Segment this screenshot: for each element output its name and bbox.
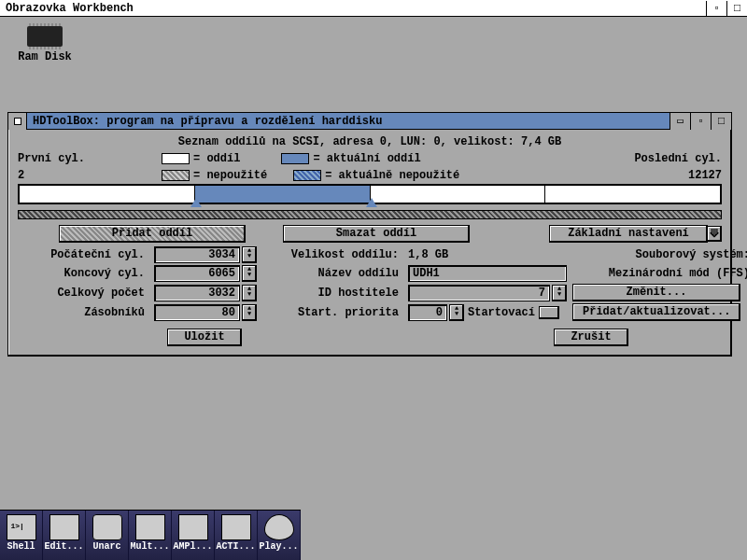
boot-pri-value[interactable]: 0 [408, 304, 447, 321]
depth-gadget[interactable]: ▫ [690, 113, 711, 130]
label-fs: Souborový systém: [572, 248, 747, 261]
spinner-icon[interactable]: ▲▼ [242, 265, 257, 282]
dock-label: ACTI... [216, 541, 255, 552]
dock-item-edit[interactable]: Edit... [43, 511, 86, 560]
partition-seg[interactable] [371, 186, 546, 203]
swatch-current [281, 153, 309, 164]
dock-label: AMPl... [173, 541, 212, 552]
start-cyl-field[interactable]: 3034 ▲▼ [154, 246, 257, 263]
delete-partition-button[interactable]: Smazat oddíl [283, 225, 470, 243]
handle-left[interactable] [190, 198, 202, 207]
end-cyl-value[interactable]: 6065 [154, 265, 240, 282]
workbench-title: Obrazovka Workbench [6, 2, 134, 15]
window-titlebar[interactable]: HDToolBox: program na přípravu a rozděle… [8, 113, 731, 130]
dock-label: Edit... [44, 541, 83, 552]
amidock: Shell Edit... Unarc Mult... AMPl... ACTI… [0, 510, 301, 560]
swatch-cur-unused [293, 170, 321, 181]
legend-row-2: 2 = nepoužité = aktuálně nepoužité 12127 [18, 167, 722, 184]
cancel-button[interactable]: Zrušit [554, 329, 628, 346]
first-cyl-label: První cyl. [18, 152, 158, 165]
legend-current: = aktuální oddíl [313, 152, 420, 165]
dock-label: Mult... [130, 541, 169, 552]
boot-pri-field[interactable]: 0 ▲▼ [408, 304, 464, 321]
spinner-icon[interactable]: ▲▼ [449, 304, 464, 321]
spinner-icon[interactable]: ▲▼ [242, 246, 257, 263]
spinner-icon[interactable]: ▲▼ [242, 285, 257, 301]
dock-item-unarc[interactable]: Unarc [86, 511, 129, 560]
partition-slider[interactable] [18, 210, 722, 219]
legend-free: = oddíl [193, 152, 240, 165]
speaker-icon [178, 514, 208, 540]
label-boot-pri: Start. priorita [262, 306, 402, 319]
dock-label: Play... [259, 541, 298, 552]
label-end-cyl: Koncový cyl. [18, 267, 148, 280]
ramdisk-icon[interactable]: Ram Disk [15, 26, 75, 63]
partition-seg-current[interactable] [195, 186, 371, 203]
host-id-value[interactable]: 7 [408, 285, 550, 301]
value-intl: Mezinárodní mód (FFS) [572, 267, 747, 280]
label-total: Celkový počet [18, 287, 148, 300]
edit-icon [49, 514, 79, 540]
spinner-icon[interactable]: ▲▼ [242, 304, 257, 321]
window-title: HDToolBox: program na přípravu a rozděle… [27, 115, 669, 128]
last-cyl-label: Poslední cyl. [600, 152, 722, 165]
dock-item-ampl[interactable]: AMPl... [172, 511, 215, 560]
spinner-icon[interactable]: ▲▼ [552, 285, 567, 301]
action-icon [221, 514, 251, 540]
partition-seg[interactable] [20, 186, 195, 203]
partition-seg[interactable] [545, 186, 720, 203]
close-gadget[interactable] [8, 113, 27, 130]
workbench-titlebar: Obrazovka Workbench ▫ □ [0, 0, 747, 17]
label-host-id: ID hostitele [262, 287, 402, 300]
screen-depth-gadget[interactable]: ▫ [706, 1, 726, 16]
dock-item-shell[interactable]: Shell [0, 511, 43, 560]
label-bootable: Startovací [468, 306, 535, 319]
last-cyl-val: 12127 [600, 169, 722, 182]
handle-right[interactable] [366, 198, 377, 207]
dock-label: Unarc [92, 541, 120, 552]
legend-unused: = nepoužité [193, 169, 267, 182]
label-buffers: Zásobníků [18, 306, 148, 319]
buffers-field[interactable]: 80 ▲▼ [154, 304, 257, 321]
swatch-unused [162, 170, 190, 181]
end-cyl-field[interactable]: 6065 ▲▼ [154, 265, 257, 282]
magnify-icon [135, 514, 165, 540]
play-icon [264, 514, 294, 540]
zoom-gadget[interactable]: ▭ [669, 113, 690, 130]
shell-icon [7, 514, 36, 540]
legend-cur-unused: = aktuálně nepoužité [325, 169, 459, 182]
dock-item-mult[interactable]: Mult... [129, 511, 172, 560]
back-gadget[interactable]: □ [711, 113, 731, 130]
label-start-cyl: Počáteční cyl. [18, 248, 148, 261]
host-id-field[interactable]: 7 ▲▼ [408, 285, 567, 301]
device-info: Seznam oddílů na SCSI, adresa 0, LUN: 0,… [18, 133, 722, 150]
basic-settings-dropdown[interactable]: Základní nastavení ⟱ [549, 225, 722, 243]
partition-name-input[interactable]: UDH1 [408, 265, 567, 282]
save-button[interactable]: Uložit [167, 329, 242, 346]
total-value[interactable]: 3032 [154, 285, 240, 301]
hdtoolbox-window: HDToolBox: program na přípravu a rozděle… [7, 112, 732, 357]
add-partition-button[interactable]: Přidat oddíl [59, 225, 246, 243]
legend-row: První cyl. = oddíl = aktuální oddíl Posl… [18, 150, 722, 167]
total-field[interactable]: 3032 ▲▼ [154, 285, 257, 301]
basic-settings-label[interactable]: Základní nastavení [549, 225, 708, 243]
buffers-value[interactable]: 80 [154, 304, 240, 321]
label-part-size: Velikost oddílu: [262, 248, 402, 261]
chevron-down-icon[interactable]: ⟱ [707, 226, 722, 242]
chip-icon [27, 26, 63, 47]
first-cyl-val: 2 [18, 169, 158, 182]
dock-item-play[interactable]: Play... [258, 511, 301, 560]
start-cyl-value[interactable]: 3034 [154, 246, 240, 263]
value-part-size: 1,8 GB [408, 248, 567, 261]
change-fs-button[interactable]: Změnit... [572, 284, 740, 301]
label-part-name: Název oddílu [262, 267, 402, 280]
swatch-free [162, 153, 190, 164]
unarc-icon [92, 514, 122, 540]
dock-label: Shell [7, 541, 35, 552]
ramdisk-label: Ram Disk [15, 50, 75, 63]
bootable-checkbox[interactable] [539, 306, 559, 319]
add-update-fs-button[interactable]: Přidat/aktualizovat... [572, 303, 740, 321]
dock-item-acti[interactable]: ACTI... [215, 511, 258, 560]
screen-zoom-gadget[interactable]: □ [726, 1, 747, 16]
